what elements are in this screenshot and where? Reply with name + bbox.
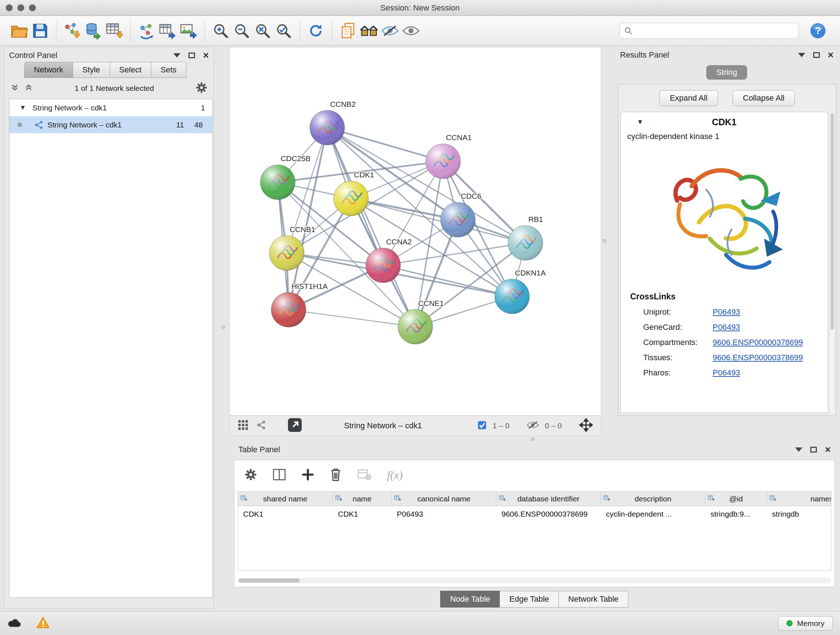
table-tab-node-table[interactable]: Node Table [440,591,500,608]
panel-float-icon[interactable] [188,52,195,58]
export-table-button[interactable] [157,19,178,42]
expand-all-button[interactable]: Expand All [660,90,718,106]
show-columns-icon[interactable] [273,469,286,482]
table-tab-network-table[interactable]: Network Table [559,591,628,608]
edge-CCNB2-CCNA1[interactable] [327,128,443,162]
node-CDC25B[interactable]: CDC25B [261,154,311,200]
column-header-shared-name[interactable]: shared name [238,492,333,506]
import-network-database-button[interactable] [83,19,104,42]
crosslink-link[interactable]: 9606.ENSP00000378699 [713,353,803,363]
network-canvas[interactable]: CCNB2CCNA1CDC25BCDK1CDC6RB1CCNB1CCNA2CDK… [230,48,601,415]
warning-button[interactable] [36,616,50,630]
gene-entry-header[interactable]: ▼ CDK1 [621,112,828,132]
node-RB1[interactable]: RB1 [508,215,543,260]
panel-float-icon[interactable] [810,447,817,453]
export-image-button[interactable] [178,19,199,42]
node-CCNA1[interactable]: CCNA1 [426,133,472,179]
help-button[interactable]: ? [807,19,829,42]
memory-button[interactable]: Memory [778,616,833,631]
table-cell[interactable]: cyclin-dependent ... [601,506,706,522]
column-header-description[interactable]: description [601,492,706,506]
string-results-tab[interactable]: String [706,65,747,80]
right-splitter-handle[interactable] [603,239,606,242]
panel-close-icon[interactable]: × [828,50,834,60]
table-options-gear-icon[interactable] [245,469,257,482]
zoom-selected-button[interactable] [273,19,294,42]
node-HIST1H1A[interactable]: HIST1H1A [271,282,328,327]
table-row[interactable]: CDK1CDK1P064939606.ENSP00000378699cyclin… [238,506,831,522]
table-tab-edge-table[interactable]: Edge Table [500,591,559,608]
table-cell[interactable]: P06493 [392,506,496,522]
detach-view-button[interactable] [287,418,302,434]
control-tab-select[interactable]: Select [110,62,151,78]
node-CCNB1[interactable]: CCNB1 [270,225,316,271]
refresh-button[interactable] [305,19,326,42]
add-column-icon[interactable] [302,469,314,482]
duplicate-network-button[interactable] [338,19,358,42]
panel-menu-icon[interactable] [795,448,802,452]
birds-eye-view-icon[interactable] [238,420,248,432]
node-label: CDC25B [281,154,311,163]
collapse-all-button[interactable]: Collapse All [733,90,795,106]
new-network-button[interactable] [136,19,157,42]
column-header-namespace[interactable]: namespace [767,492,831,506]
panel-menu-icon[interactable] [798,53,805,57]
panel-close-icon[interactable]: × [825,445,831,455]
panel-close-icon[interactable]: × [203,51,209,60]
hidden-eye-slash-icon[interactable] [527,421,539,431]
table-cell[interactable]: CDK1 [238,506,333,522]
zoom-out-button[interactable] [231,19,252,42]
control-tab-sets[interactable]: Sets [151,62,186,78]
expand-all-networks-icon[interactable] [24,83,33,93]
import-table-file-button[interactable] [104,19,125,42]
table-cell[interactable]: CDK1 [333,506,392,522]
results-scrollbar[interactable] [829,112,835,413]
zoom-fit-button[interactable] [252,19,273,42]
table-cell[interactable]: stringdb [767,506,831,522]
column-header-@id[interactable]: @id [706,492,767,506]
table-horizontal-scrollbar[interactable] [238,578,831,583]
show-all-panels-button[interactable] [358,19,379,42]
table-cell[interactable]: 9606.ENSP00000378699 [496,506,601,522]
control-tab-style[interactable]: Style [73,62,110,78]
show-panels-button[interactable] [401,19,422,42]
column-header-canonical-name[interactable]: canonical name [392,492,496,506]
fit-selected-move-icon[interactable] [579,418,593,433]
network-overview-icon[interactable] [256,420,267,432]
search-input[interactable] [636,27,794,35]
save-session-button[interactable] [30,19,51,42]
hide-panels-button[interactable] [379,19,401,42]
table-cell[interactable]: stringdb:9... [706,506,767,522]
crosslink-row: Compartments:9606.ENSP00000378699 [621,335,828,350]
column-header-name[interactable]: name [333,492,392,506]
node-CCNB2[interactable]: CCNB2 [310,100,356,145]
entry-collapse-icon[interactable]: ▼ [637,118,644,126]
panel-float-icon[interactable] [813,52,820,58]
search-box[interactable] [619,23,799,39]
crosslink-link[interactable]: P06493 [713,323,740,332]
collapse-all-networks-icon[interactable] [11,83,19,93]
column-type-icon [499,495,506,502]
delete-column-icon[interactable] [330,468,341,483]
collection-collapse-icon[interactable]: ▼ [19,104,26,111]
cloud-status-button[interactable] [7,617,22,630]
panel-menu-icon[interactable] [173,53,180,57]
control-tab-network[interactable]: Network [24,62,73,78]
column-header-database-identifier[interactable]: database identifier [496,492,601,506]
open-session-button[interactable] [9,19,30,42]
network-collection-row[interactable]: ▼ String Network – cdk1 1 [9,99,212,116]
table-scrollbar-thumb[interactable] [239,578,300,583]
import-network-file-button[interactable] [62,19,83,42]
left-splitter-handle[interactable] [221,325,225,329]
network-options-gear-icon[interactable] [196,82,207,95]
crosslink-link[interactable]: P06493 [713,368,740,378]
results-scrollbar-thumb[interactable] [831,113,834,330]
crosslink-link[interactable]: P06493 [713,307,740,317]
zoom-in-button[interactable] [210,19,231,42]
bottom-splitter-handle[interactable] [531,437,535,441]
selected-checkbox-icon[interactable] [477,420,487,432]
crosslink-link[interactable]: 9606.ENSP00000378699 [713,338,803,347]
network-row-selected[interactable]: String Network – cdk1 11 48 [9,116,212,133]
node-CDKN1A[interactable]: CDKN1A [495,269,546,314]
edge-HIST1H1A-CCNE1[interactable] [289,310,415,327]
